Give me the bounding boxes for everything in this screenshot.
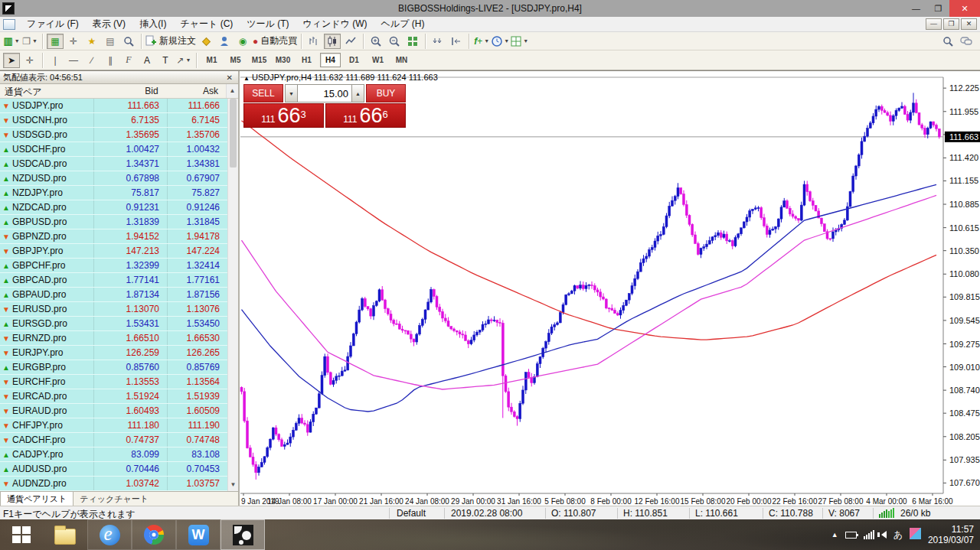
taskbar-w-app-button[interactable]: W <box>176 519 220 550</box>
status-profile[interactable]: Default <box>397 508 426 519</box>
menu-item-3[interactable]: チャート (C) <box>173 16 240 32</box>
signals-button[interactable] <box>216 34 233 49</box>
market-watch-row[interactable]: ▲CADJPY.pro83.09983.108 <box>0 447 227 462</box>
text-button[interactable]: A <box>139 53 155 68</box>
market-watch-row[interactable]: ▼CADCHF.pro0.747370.74748 <box>0 433 227 447</box>
market-watch-toggle-button[interactable]: ▦ <box>47 34 64 49</box>
autotrading-button[interactable]: ●自動売買 <box>253 34 297 49</box>
market-watch-row[interactable]: ▼EURAUD.pro1.604931.60509 <box>0 404 227 418</box>
tile-windows-button[interactable] <box>404 34 421 49</box>
timeframe-m1-button[interactable]: M1 <box>201 53 222 67</box>
market-watch-close-icon[interactable]: ✕ <box>224 73 235 82</box>
menu-item-4[interactable]: ツール (T) <box>240 16 296 32</box>
timeframe-m30-button[interactable]: M30 <box>273 53 293 67</box>
buy-button[interactable]: BUY <box>366 84 406 103</box>
scrollbar-down-arrow[interactable]: ▼ <box>228 479 238 491</box>
market-watch-row[interactable]: ▼AUDNZD.pro1.037421.03757 <box>0 477 227 491</box>
close-button[interactable]: ✕ <box>949 0 980 17</box>
strategy-tester-button[interactable] <box>120 34 137 49</box>
battery-icon[interactable] <box>845 528 857 542</box>
timeframe-h1-button[interactable]: H1 <box>296 53 317 67</box>
market-watch-row[interactable]: ▲USDCAD.pro1.343711.34381 <box>0 157 227 171</box>
timeframe-h4-button[interactable]: H4 <box>320 53 341 67</box>
taskbar-mt4-button[interactable] <box>220 519 265 550</box>
market-watch-row[interactable]: ▼EURJPY.pro126.259126.265 <box>0 346 227 360</box>
mdi-restore-button[interactable]: ❐ <box>943 18 959 30</box>
zoom-out-button[interactable] <box>386 34 403 49</box>
profiles-button[interactable]: ❐▼ <box>21 34 38 49</box>
search-button[interactable] <box>939 34 956 49</box>
indicators-button[interactable]: f+▼ <box>473 34 490 49</box>
column-pair[interactable]: 通貨ペア <box>0 84 93 98</box>
zoom-in-button[interactable] <box>368 34 384 49</box>
market-watch-row[interactable]: ▼GBPNZD.pro1.941521.94178 <box>0 229 227 244</box>
volume-decrease-button[interactable]: ▼ <box>285 84 298 103</box>
chart-menu-icon[interactable] <box>3 19 15 30</box>
candlestick-chart[interactable]: 112.225111.955111.690111.420111.155110.8… <box>240 71 980 506</box>
news-button[interactable]: ◉ <box>234 34 251 49</box>
market-watch-row[interactable]: ▼USDJPY.pro111.663111.666 <box>0 99 227 113</box>
taskbar-ie-button[interactable] <box>87 519 132 550</box>
market-watch-row[interactable]: ▲GBPCHF.pro1.323991.32414 <box>0 259 227 273</box>
navigator-button[interactable]: ★ <box>83 34 100 49</box>
tab-tick-chart[interactable]: ティックチャート <box>74 492 155 506</box>
timeframe-mn-button[interactable]: MN <box>391 53 412 67</box>
taskbar-chrome-button[interactable] <box>132 519 176 550</box>
mdi-close-button[interactable]: ✕ <box>961 18 977 30</box>
vertical-line-button[interactable]: | <box>47 53 64 68</box>
metaeditor-button[interactable] <box>198 34 214 49</box>
market-watch-row[interactable]: ▼GBPJPY.pro147.213147.224 <box>0 244 227 259</box>
timeframe-d1-button[interactable]: D1 <box>344 53 364 67</box>
menu-item-2[interactable]: 挿入(I) <box>132 16 173 32</box>
buy-price-display[interactable]: 111666 <box>325 103 406 128</box>
fibonacci-button[interactable]: F <box>120 53 137 68</box>
chart-shift-button[interactable] <box>448 34 465 49</box>
market-watch-row[interactable]: ▲GBPAUD.pro1.871341.87156 <box>0 288 227 302</box>
market-watch-scrollbar[interactable]: ▼ <box>227 99 238 491</box>
volume-input[interactable]: 15.00 <box>298 84 351 103</box>
horizontal-line-button[interactable]: — <box>65 53 82 68</box>
market-watch-row[interactable]: ▲EURSGD.pro1.534311.53450 <box>0 317 227 331</box>
chart-area[interactable]: ▲ USDJPY.pro,H4 111.632 111.689 111.624 … <box>240 71 980 506</box>
candlestick-chart-button[interactable] <box>324 34 341 49</box>
scrollbar-thumb[interactable] <box>230 99 237 168</box>
restore-button[interactable]: ❐ <box>927 0 949 17</box>
tab-symbols[interactable]: 通貨ペアリスト <box>0 492 74 506</box>
new-chart-button[interactable]: ▥▼ <box>3 34 20 49</box>
market-watch-row[interactable]: ▲NZDUSD.pro0.678980.67907 <box>0 171 227 186</box>
market-watch-row[interactable]: ▲NZDCAD.pro0.912310.91246 <box>0 200 227 215</box>
sell-price-display[interactable]: 111663 <box>243 103 324 128</box>
speaker-icon[interactable] <box>881 528 887 542</box>
menu-item-0[interactable]: ファイル (F) <box>20 16 86 32</box>
timeframe-m15-button[interactable]: M15 <box>249 53 270 67</box>
terminal-button[interactable]: ▤ <box>102 34 119 49</box>
crosshair-button[interactable]: ✛ <box>21 53 38 68</box>
minimize-button[interactable]: — <box>905 0 927 17</box>
line-chart-button[interactable] <box>342 34 359 49</box>
timeframe-m5-button[interactable]: M5 <box>225 53 246 67</box>
market-watch-row[interactable]: ▲USDCHF.pro1.004271.00432 <box>0 142 227 157</box>
cursor-button[interactable]: ➤ <box>3 53 20 68</box>
market-watch-row[interactable]: ▼EURCHF.pro1.135531.13564 <box>0 375 227 389</box>
timeframe-w1-button[interactable]: W1 <box>368 53 388 67</box>
market-watch-row[interactable]: ▲GBPCAD.pro1.771411.77161 <box>0 273 227 288</box>
chat-button[interactable] <box>958 34 975 49</box>
periods-button[interactable]: ▼ <box>492 34 509 49</box>
trendline-button[interactable]: ∕ <box>83 53 100 68</box>
auto-scroll-button[interactable] <box>430 34 446 49</box>
templates-button[interactable]: ▼ <box>511 34 528 49</box>
tray-clock[interactable]: 11:57 2019/03/07 <box>928 524 974 545</box>
market-watch-row[interactable]: ▲NZDJPY.pro75.81775.827 <box>0 186 227 200</box>
taskbar-explorer-button[interactable] <box>43 519 87 550</box>
start-button[interactable] <box>0 519 43 550</box>
market-watch-row[interactable]: ▼EURCAD.pro1.519241.51939 <box>0 389 227 404</box>
column-ask[interactable]: Ask <box>166 84 227 98</box>
market-watch-row[interactable]: ▼CHFJPY.pro111.180111.190 <box>0 418 227 433</box>
mdi-minimize-button[interactable]: — <box>926 18 942 30</box>
bar-chart-button[interactable] <box>305 34 322 49</box>
volume-increase-button[interactable]: ▲ <box>351 84 364 103</box>
data-window-button[interactable]: ✛ <box>65 34 82 49</box>
market-watch-row[interactable]: ▲EURGBP.pro0.857600.85769 <box>0 360 227 375</box>
column-bid[interactable]: Bid <box>93 84 165 98</box>
menu-item-1[interactable]: 表示 (V) <box>86 16 132 32</box>
